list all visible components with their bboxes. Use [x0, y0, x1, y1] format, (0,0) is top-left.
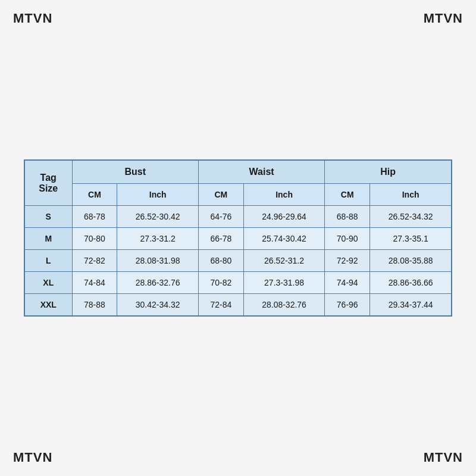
- bust-cm-cell: 72-82: [72, 250, 117, 272]
- waist-inch-cell: 26.52-31.2: [243, 250, 324, 272]
- hip-inch-cell: 28.08-35.88: [370, 250, 452, 272]
- table-row: L72-8228.08-31.9868-8026.52-31.272-9228.…: [24, 250, 452, 272]
- hip-inch-cell: 28.86-36.66: [370, 272, 452, 294]
- size-chart-table: TagSize Bust Waist Hip CM Inch CM Inch C…: [24, 159, 452, 317]
- size-cell: M: [24, 228, 72, 250]
- size-chart-container: TagSize Bust Waist Hip CM Inch CM Inch C…: [24, 159, 452, 317]
- size-cell: XL: [24, 272, 72, 294]
- waist-inch-cell: 27.3-31.98: [243, 272, 324, 294]
- hip-cm-cell: 72-92: [325, 250, 370, 272]
- bust-group-header: Bust: [72, 160, 198, 184]
- bust-cm-cell: 70-80: [72, 228, 117, 250]
- bust-inch-cell: 26.52-30.42: [117, 206, 198, 228]
- hip-cm-cell: 70-90: [325, 228, 370, 250]
- bust-inch-cell: 28.86-32.76: [117, 272, 198, 294]
- bust-inch-cell: 28.08-31.98: [117, 250, 198, 272]
- waist-cm-cell: 64-76: [198, 206, 243, 228]
- waist-cm-cell: 72-84: [198, 294, 243, 317]
- hip-cm-cell: 74-94: [325, 272, 370, 294]
- waist-cm-cell: 70-82: [198, 272, 243, 294]
- bust-inch-cell: 27.3-31.2: [117, 228, 198, 250]
- waist-inch-cell: 28.08-32.76: [243, 294, 324, 317]
- hip-cm-cell: 68-88: [325, 206, 370, 228]
- hip-inch-cell: 27.3-35.1: [370, 228, 452, 250]
- bust-cm-cell: 68-78: [72, 206, 117, 228]
- bust-inch-cell: 30.42-34.32: [117, 294, 198, 317]
- waist-inch-cell: 25.74-30.42: [243, 228, 324, 250]
- hip-inch-cell: 29.34-37.44: [370, 294, 452, 317]
- watermark-top-left: MTVN: [13, 11, 52, 26]
- hip-inch-cell: 26.52-34.32: [370, 206, 452, 228]
- watermark-top-right: MTVN: [424, 11, 463, 26]
- bust-cm-cell: 74-84: [72, 272, 117, 294]
- table-row: M70-8027.3-31.266-7825.74-30.4270-9027.3…: [24, 228, 452, 250]
- watermark-bottom-left: MTVN: [13, 450, 52, 465]
- watermark-bottom-right: MTVN: [424, 450, 463, 465]
- bust-cm-header: CM: [72, 184, 117, 206]
- waist-cm-cell: 68-80: [198, 250, 243, 272]
- size-cell: S: [24, 206, 72, 228]
- table-row: XXL78-8830.42-34.3272-8428.08-32.7676-96…: [24, 294, 452, 317]
- hip-cm-cell: 76-96: [325, 294, 370, 317]
- bust-cm-cell: 78-88: [72, 294, 117, 317]
- hip-inch-header: Inch: [370, 184, 452, 206]
- tag-size-header: TagSize: [24, 160, 72, 206]
- size-cell: L: [24, 250, 72, 272]
- waist-group-header: Waist: [198, 160, 324, 184]
- table-row: S68-7826.52-30.4264-7624.96-29.6468-8826…: [24, 206, 452, 228]
- waist-inch-header: Inch: [243, 184, 324, 206]
- table-row: XL74-8428.86-32.7670-8227.3-31.9874-9428…: [24, 272, 452, 294]
- hip-group-header: Hip: [325, 160, 452, 184]
- waist-cm-header: CM: [198, 184, 243, 206]
- size-cell: XXL: [24, 294, 72, 317]
- waist-inch-cell: 24.96-29.64: [243, 206, 324, 228]
- hip-cm-header: CM: [325, 184, 370, 206]
- bust-inch-header: Inch: [117, 184, 198, 206]
- waist-cm-cell: 66-78: [198, 228, 243, 250]
